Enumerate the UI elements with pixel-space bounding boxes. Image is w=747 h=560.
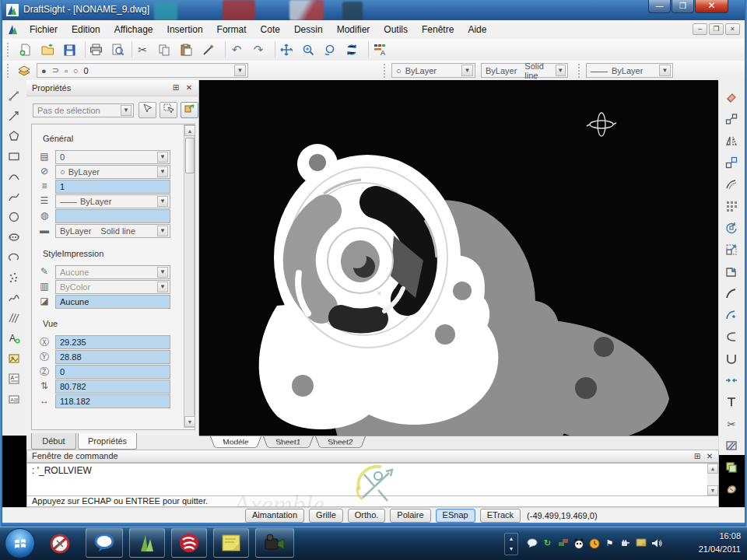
chevron-down-icon[interactable]: ▼	[157, 282, 168, 292]
toolbar-grip[interactable]	[7, 43, 11, 57]
mdi-minimize-button[interactable]: –	[693, 23, 707, 35]
delete-icon[interactable]	[722, 88, 741, 107]
split-icon[interactable]: ✂	[722, 415, 741, 433]
taskbar-item-recorder[interactable]	[255, 528, 294, 558]
view-height-field[interactable]: 80.782	[55, 380, 170, 394]
line-type-field[interactable]: ——ByLayer▼	[55, 194, 170, 208]
grid-toggle[interactable]: Grille	[309, 509, 343, 523]
scroll-down-icon[interactable]: ▼	[184, 416, 195, 427]
graphics-viewport[interactable]: ×	[199, 80, 719, 436]
tray-network-icon[interactable]	[557, 537, 569, 549]
tab-sheet2[interactable]: Sheet2	[315, 436, 366, 448]
lineweight-field[interactable]: ByLayerSolid line▼	[55, 224, 170, 238]
open-file-button[interactable]	[38, 41, 57, 58]
float-panel-icon[interactable]: ⊞	[692, 451, 703, 462]
chevron-down-icon[interactable]: ▼	[121, 105, 132, 116]
print-button[interactable]	[86, 41, 105, 58]
cut-button[interactable]: ✂	[133, 41, 152, 58]
transparency-field[interactable]	[55, 209, 170, 223]
line-icon[interactable]	[5, 86, 23, 105]
menu-fenetre[interactable]: Fenêtre	[415, 20, 461, 39]
fillet-icon[interactable]	[722, 284, 741, 303]
arc-icon[interactable]	[5, 167, 23, 186]
ortho-toggle[interactable]: Ortho.	[348, 509, 386, 523]
rectangle-icon[interactable]	[5, 147, 23, 166]
chevron-down-icon[interactable]: ▼	[556, 65, 566, 76]
menu-format[interactable]: Format	[210, 20, 254, 39]
ellipse-arc-icon[interactable]	[5, 248, 23, 267]
menu-cote[interactable]: Cote	[254, 20, 287, 39]
taskbar-item-snipping[interactable]	[44, 530, 76, 558]
scrollbar-thumb[interactable]	[185, 138, 195, 173]
undo-button[interactable]: ↶	[227, 41, 246, 58]
mdi-close-button[interactable]: ×	[725, 23, 740, 35]
offset-icon[interactable]	[722, 175, 741, 194]
chevron-down-icon[interactable]: ▼	[234, 65, 246, 76]
spline-icon[interactable]	[5, 187, 23, 206]
hatch-icon[interactable]	[5, 309, 23, 327]
chevron-down-icon[interactable]: ▼	[461, 65, 473, 76]
print-style-field[interactable]: Aucune▼	[55, 265, 170, 279]
insert-image-icon[interactable]	[5, 349, 23, 368]
chevron-down-icon[interactable]: ▼	[157, 267, 168, 278]
menu-insertion[interactable]: Insertion	[160, 20, 210, 39]
rebuild-button[interactable]	[342, 41, 361, 58]
menu-outils[interactable]: Outils	[377, 20, 415, 39]
restore-button[interactable]: ❐	[672, 0, 694, 13]
ellipse-icon[interactable]	[5, 228, 23, 247]
copy-entity-icon[interactable]	[722, 153, 741, 172]
mdi-restore-button[interactable]: ❐	[709, 23, 724, 35]
text-style-button[interactable]: A	[370, 41, 389, 58]
command-window-header[interactable]: Fenêtre de commande ⊞ ✕	[26, 450, 719, 463]
freehand-icon[interactable]	[5, 289, 23, 307]
hatch-edit-icon[interactable]	[722, 436, 741, 455]
save-button[interactable]	[60, 41, 79, 58]
minimize-button[interactable]: —	[648, 0, 671, 13]
quick-select-button[interactable]	[160, 102, 177, 118]
tray-action-center-icon[interactable]: ⚑	[604, 537, 615, 549]
simple-note-icon[interactable]: A	[5, 390, 23, 408]
fillet-arc-icon[interactable]	[722, 306, 741, 324]
scroll-up-icon[interactable]: ▲	[707, 464, 718, 474]
taskbar-item-solidworks[interactable]	[171, 528, 207, 558]
copy-sheet-icon[interactable]	[722, 458, 741, 477]
lineweight-combo[interactable]: ByLayer Solid line ▼	[481, 63, 568, 78]
menu-fichier[interactable]: Fichier	[23, 20, 65, 39]
chevron-down-icon[interactable]: ▼	[157, 196, 168, 207]
menu-affichage[interactable]: Affichage	[107, 20, 160, 39]
explode-icon[interactable]	[722, 480, 741, 499]
print-color-field[interactable]: ByColor▼	[55, 280, 170, 294]
tab-modele[interactable]: Modèle	[210, 436, 261, 448]
menu-dessin[interactable]: Dessin	[287, 20, 330, 39]
point-cloud-icon[interactable]	[5, 268, 23, 287]
taskbar-item-stickynotes[interactable]	[213, 528, 249, 558]
snap-toggle[interactable]: Aimantation	[245, 509, 304, 523]
line-scale-field[interactable]: 1	[55, 180, 170, 194]
menu-edition[interactable]: Edition	[65, 20, 107, 39]
trim-icon[interactable]	[722, 393, 741, 411]
redo-button[interactable]: ↷	[249, 41, 268, 58]
taskbar-item-messenger[interactable]	[86, 528, 123, 558]
scroll-down-icon[interactable]: ▼	[707, 485, 718, 495]
rotate-icon[interactable]	[722, 219, 741, 237]
polygon-icon[interactable]	[5, 127, 23, 145]
tray-display-icon[interactable]	[635, 537, 647, 549]
menu-modifier[interactable]: Modifier	[330, 20, 377, 39]
close-panel-icon[interactable]: ✕	[184, 82, 195, 93]
copy-button[interactable]	[155, 41, 174, 58]
esnap-toggle[interactable]: ESnap	[436, 509, 475, 523]
taskbar-item-draftsight[interactable]	[129, 528, 165, 558]
menu-aide[interactable]: Aide	[461, 20, 493, 39]
select-entities-button[interactable]	[139, 102, 156, 118]
stretch-icon[interactable]	[722, 262, 741, 281]
pan-button[interactable]	[277, 41, 296, 58]
new-file-button[interactable]	[16, 41, 35, 58]
tab-proprietes[interactable]: Propriétés	[78, 433, 137, 450]
circle-icon[interactable]	[5, 208, 23, 226]
pattern-icon[interactable]	[722, 197, 741, 215]
tray-power-icon[interactable]	[619, 537, 631, 549]
chevron-down-icon[interactable]: ▼	[157, 166, 168, 177]
view-width-field[interactable]: 118.182	[55, 394, 170, 408]
command-scrollbar[interactable]: ▲ ▼	[707, 464, 718, 495]
print-table-field[interactable]: Aucune	[55, 295, 170, 309]
